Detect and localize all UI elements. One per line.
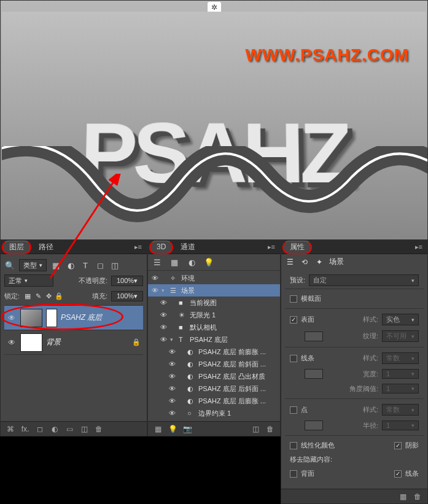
new-layer-icon[interactable]: ◫ [79,424,89,434]
canvas-viewport[interactable]: WWW.PSAHZ.COM PSAHZ [2,12,426,238]
tree-item[interactable]: 👁■默认相机 [148,321,280,333]
mesh-icon[interactable]: ☰ [285,257,295,267]
coords-icon[interactable]: ✦ [314,257,324,267]
layer-thumbnail[interactable] [20,333,42,352]
trash-icon[interactable]: 🗑 [94,424,104,434]
filter-light-icon[interactable]: 💡 [203,257,214,268]
adjustment-icon[interactable]: ◐ [50,424,60,434]
visibility-toggle-icon[interactable]: 👁 [168,384,176,394]
shadow-checkbox[interactable] [394,442,402,449]
tab-properties[interactable]: 属性 [282,241,312,254]
filter-shape-icon[interactable]: ◻ [95,260,106,271]
linearize-checkbox[interactable] [290,442,297,449]
panel-menu-icon[interactable]: ▸≡ [132,243,144,251]
tab-paths[interactable]: 路径 [33,241,60,254]
lines2-checkbox[interactable] [394,470,402,478]
tree-item[interactable]: 👁◐PSAHZ 底层 后斜面 ... [148,382,280,395]
blend-mode-dropdown[interactable]: 正常 [4,274,53,287]
tree-item[interactable]: 👁◐PSAHZ 底层 前膨胀 ... [148,346,280,358]
surface-checkbox[interactable] [290,316,297,324]
layer-name-label[interactable]: PSAHZ 底层 [61,312,102,323]
filter-mesh-icon[interactable]: ▦ [169,257,180,268]
lines-checkbox[interactable] [290,355,297,362]
visibility-toggle-icon[interactable]: 👁 [159,322,168,332]
camera-icon[interactable]: 📷 [182,424,192,434]
backface-checkbox[interactable] [290,470,297,478]
visibility-toggle-icon[interactable]: 👁 [159,298,168,308]
visibility-toggle-icon[interactable]: 👁 [168,347,176,357]
folder-icon[interactable]: ▭ [64,424,74,434]
tree-item[interactable]: 👁▾TPSAHZ 底层 [148,333,280,346]
tree-item[interactable]: 👁○边界约束 1 [148,407,280,419]
visibility-toggle-icon[interactable]: 👁 [168,359,176,369]
filter-scene-icon[interactable]: ☰ [152,257,163,268]
fill-input[interactable]: 100% ▾ [111,291,143,301]
trash-icon[interactable]: 🗑 [413,492,422,502]
layer-item-psahz[interactable]: 👁 PSAHZ 底层 [4,306,143,330]
fx-icon[interactable]: fx. [20,424,30,434]
points-color-swatch[interactable] [305,421,323,430]
render-icon[interactable]: ▦ [398,492,408,502]
layer-mask-thumbnail[interactable] [46,309,57,327]
preset-label: 预设: [290,276,305,285]
visibility-toggle-icon[interactable]: 👁 [159,310,168,320]
tree-item[interactable]: 👁■当前视图 [148,297,280,309]
expand-icon[interactable]: ▾ [170,336,176,343]
crosssection-label: 横截面 [301,294,321,303]
points-style-dropdown: 常数 [382,404,419,416]
tree-item[interactable]: 👁◐PSAHZ 底层 前斜面 ... [148,358,280,370]
crosssection-checkbox[interactable] [290,295,297,303]
panel-menu-icon[interactable]: ▸≡ [265,243,278,251]
render-icon[interactable]: ▦ [153,424,163,434]
visibility-toggle-icon[interactable]: 👁 [150,285,159,295]
panel-menu-icon[interactable]: ▸≡ [413,243,425,251]
layer-item-background[interactable]: 👁 背景 🔒 [4,330,143,355]
surface-color-swatch[interactable] [305,331,323,341]
visibility-toggle-icon[interactable]: 👁 [159,335,168,344]
search-icon[interactable]: 🔍 [4,260,15,271]
light-icon[interactable]: 💡 [168,424,177,434]
filter-smart-icon[interactable]: ◫ [109,260,120,271]
lock-transparency-icon[interactable]: ▦ [23,292,32,300]
lines-color-swatch[interactable] [305,369,323,379]
canvas-area[interactable]: ✲ WWW.PSAHZ.COM PSAHZ [0,0,428,240]
visibility-toggle-icon[interactable]: 👁 [168,396,176,406]
layer-name-label[interactable]: 背景 [46,337,61,347]
visibility-toggle-icon[interactable]: 👁 [168,371,176,381]
visibility-toggle-icon[interactable]: 👁 [168,408,176,418]
mask-icon[interactable]: ◻ [35,424,45,434]
tree-item[interactable]: 👁◐PSAHZ 底层 凸出材质 [148,370,280,382]
expand-icon[interactable]: ▾ [161,287,168,293]
tree-item[interactable]: 👁☀无限光 1 [148,309,280,321]
tree-item[interactable]: 👁▾☰场景 [148,284,280,297]
tree-item-label: PSAHZ 底层 凸出材质 [198,372,278,381]
surface-style-dropdown[interactable]: 实色 [382,314,419,325]
visibility-toggle-icon[interactable]: 👁 [7,338,17,347]
new-icon[interactable]: ◫ [251,424,260,434]
filter-material-icon[interactable]: ◐ [186,257,197,268]
tree-type-icon: ☀ [179,311,187,319]
layer-thumbnail[interactable] [20,309,42,327]
opacity-input[interactable]: 100% ▾ [111,276,143,286]
trash-icon[interactable]: 🗑 [265,424,275,434]
preset-dropdown[interactable]: 自定 [309,274,419,286]
tab-layers[interactable]: 图层 [2,241,31,254]
tree-item[interactable]: 👁✧环境 [148,272,280,284]
points-checkbox[interactable] [290,406,297,414]
visibility-toggle-icon[interactable]: 👁 [150,273,159,283]
deform-icon[interactable]: ⟲ [300,257,309,267]
lock-pixels-icon[interactable]: ✎ [34,292,42,300]
link-icon[interactable]: ⌘ [6,424,15,434]
filter-adjust-icon[interactable]: ◐ [65,260,76,271]
tree-item[interactable]: 👁◐PSAHZ 底层 后膨胀 ... [148,395,280,407]
lock-all-icon[interactable]: 🔒 [55,292,63,300]
lock-position-icon[interactable]: ✥ [44,292,53,300]
filter-type-icon[interactable]: T [80,260,91,271]
properties-panel-tabs: 属性 ▸≡ [281,241,427,254]
visibility-toggle-icon[interactable]: 👁 [7,313,17,323]
filter-pixel-icon[interactable]: ▦ [50,260,61,271]
tab-3d[interactable]: 3D [149,241,173,254]
filter-kind-dropdown[interactable]: 类型 [19,259,47,271]
surface-style-label: 样式: [341,315,378,324]
tab-channels[interactable]: 通道 [174,241,201,254]
